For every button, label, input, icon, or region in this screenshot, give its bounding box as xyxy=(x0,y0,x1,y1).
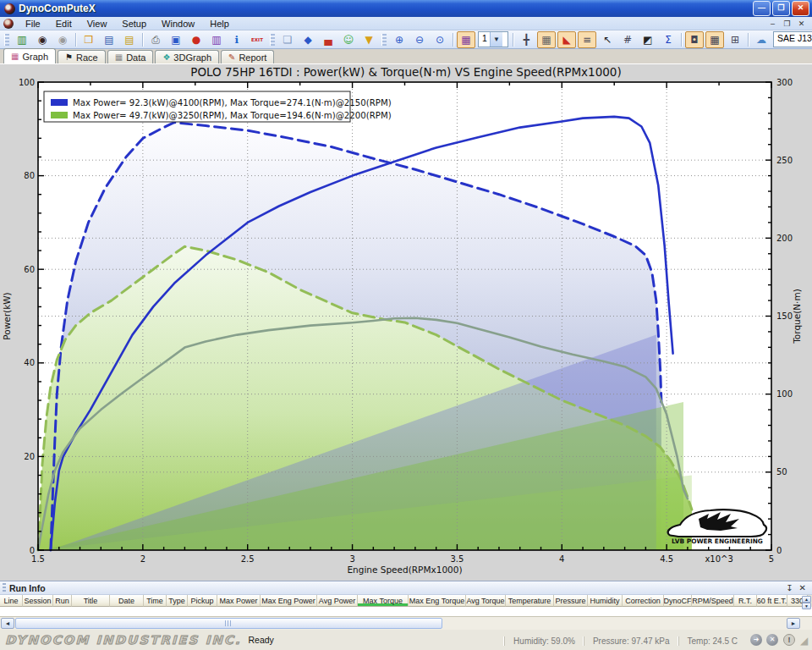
column-header-dynocf[interactable]: DynoCF xyxy=(664,595,692,607)
zoom-reset-icon[interactable]: ⊙ xyxy=(431,31,449,48)
column-header-max-power[interactable]: Max Power xyxy=(217,595,261,607)
column-header-max-eng-power[interactable]: Max Eng Power xyxy=(261,595,317,607)
report-tab-icon: ✎ xyxy=(228,52,235,62)
menu-window[interactable]: Window xyxy=(154,18,202,30)
record-icon[interactable]: ● xyxy=(187,31,206,48)
column-header-session[interactable]: Session xyxy=(23,595,53,607)
minimize-button[interactable]: — xyxy=(753,1,771,16)
grid-toggle-icon: ▦ xyxy=(541,34,551,46)
tab-data[interactable]: ▦Data xyxy=(107,50,154,63)
exit-icon[interactable]: EXIT xyxy=(248,31,266,48)
mdi-restore-button[interactable]: ❐ xyxy=(782,19,793,29)
invert-icon[interactable]: ◩ xyxy=(639,31,657,48)
column-header-run[interactable]: Run xyxy=(53,595,72,607)
restore-button[interactable]: ❐ xyxy=(772,1,790,16)
save-icon[interactable]: ▤ xyxy=(100,31,118,48)
mdi-close-button[interactable]: ✕ xyxy=(796,19,807,29)
driver-icon[interactable]: ☺ xyxy=(339,31,358,48)
resize-grip[interactable]: ◢ xyxy=(800,633,812,647)
header-scroll-spinner[interactable]: ▲ ▼ xyxy=(802,596,811,607)
column-header-line[interactable]: Line xyxy=(0,595,23,607)
toolbar-grip[interactable] xyxy=(381,34,387,46)
status-stop-button[interactable]: ✕ xyxy=(766,634,778,646)
manual-icon: ▥ xyxy=(211,34,221,46)
filter-icon[interactable]: ▼ xyxy=(359,31,378,48)
grid-scale-icon[interactable]: ▦ xyxy=(457,31,475,48)
zoom-in-icon[interactable]: ⊕ xyxy=(390,31,409,48)
column-header-time[interactable]: Time xyxy=(144,595,167,607)
properties-icon[interactable]: ⊞ xyxy=(726,31,744,48)
pin-button[interactable]: ↧ xyxy=(786,584,793,592)
tab-race[interactable]: ⚑Race xyxy=(58,50,106,63)
channels-grid-icon[interactable]: ▥ xyxy=(13,31,31,48)
spin-up-icon[interactable]: ▲ xyxy=(802,596,811,603)
vehicle-data-icon[interactable]: ◆ xyxy=(299,31,317,48)
properties-icon: ⊞ xyxy=(731,34,739,46)
column-header-type[interactable]: Type xyxy=(167,595,188,607)
trace-icon[interactable]: # xyxy=(618,31,637,48)
pointer-icon[interactable]: ↖ xyxy=(598,31,617,48)
tab-report[interactable]: ✎Report xyxy=(221,50,274,63)
column-header-rpm-speed[interactable]: RPM/Speed xyxy=(692,595,734,607)
column-header-humidity[interactable]: Humidity xyxy=(588,595,623,607)
menu-help[interactable]: Help xyxy=(202,18,237,30)
power-tick-label: 80 xyxy=(24,171,35,180)
scrollbar-thumb[interactable] xyxy=(15,618,442,629)
correction-select[interactable]: SAE J1349▼ xyxy=(773,31,812,47)
column-header-temperature[interactable]: Temperature xyxy=(506,595,554,607)
smoothing-select[interactable]: 1▼ xyxy=(478,31,508,47)
mdi-minimize-button[interactable]: – xyxy=(767,19,778,29)
tab-graph[interactable]: ▦Graph xyxy=(3,48,56,63)
column-header-pressure[interactable]: Pressure xyxy=(554,595,588,607)
column-header-avg-torque[interactable]: Avg Torque xyxy=(466,595,506,607)
chevron-down-icon[interactable]: ▼ xyxy=(490,32,502,47)
dyno-run-disabled-icon[interactable]: ◉ xyxy=(53,31,72,48)
column-header-pickup[interactable]: Pickup xyxy=(188,595,217,607)
print-icon[interactable]: ⎙ xyxy=(146,31,165,48)
save-as-icon[interactable]: ▤ xyxy=(120,31,139,48)
panel-grip[interactable] xyxy=(3,583,6,592)
manual-icon[interactable]: ▥ xyxy=(207,31,226,48)
column-header-avg-power[interactable]: Avg Power xyxy=(317,595,358,607)
correction-icon[interactable]: ☁ xyxy=(752,31,771,48)
table-toggle-icon[interactable]: ▦ xyxy=(705,31,724,48)
open-file-icon[interactable]: ❒ xyxy=(80,31,98,48)
status-next-button[interactable]: ➜ xyxy=(750,634,762,646)
run-info-grid-body[interactable] xyxy=(0,607,812,617)
column-header-r-t[interactable]: R.T. xyxy=(734,595,757,607)
scroll-left-icon[interactable]: ◄ xyxy=(1,618,14,629)
session-icon[interactable]: ❏ xyxy=(278,31,297,48)
menu-view[interactable]: View xyxy=(80,18,115,30)
column-header-correction[interactable]: Correction xyxy=(623,595,664,607)
column-header-date[interactable]: Date xyxy=(110,595,144,607)
x-tick-label: 2 xyxy=(140,554,145,564)
column-header-max-torque[interactable]: Max Torque xyxy=(358,595,409,607)
zoom-out-icon[interactable]: ⊖ xyxy=(410,31,429,48)
scroll-right-icon[interactable]: ► xyxy=(787,618,800,629)
car-icon[interactable]: ▄ xyxy=(319,31,337,48)
menu-setup[interactable]: Setup xyxy=(114,18,154,30)
panel-close-button[interactable]: ✕ xyxy=(799,584,806,592)
info-icon[interactable]: ℹ xyxy=(228,31,246,48)
display-icon[interactable]: ▣ xyxy=(167,31,185,48)
menu-edit[interactable]: Edit xyxy=(48,18,80,30)
column-header-60-ft-e-t[interactable]: 60 ft E.T. xyxy=(757,595,787,607)
watermark-text: LVB POWER ENGINEERING xyxy=(672,537,763,545)
toolbar-separator xyxy=(513,33,513,47)
close-button[interactable]: ✕ xyxy=(792,1,809,16)
torque-tick-label: 100 xyxy=(776,389,793,399)
legend-toggle-icon[interactable]: ≡ xyxy=(578,31,596,48)
column-header-title[interactable]: Title xyxy=(72,595,110,607)
annotation-toggle-icon[interactable]: ◘ xyxy=(685,31,704,48)
crosshair-icon[interactable]: ╋ xyxy=(517,31,535,48)
shade-toggle-icon[interactable]: ◣ xyxy=(557,31,576,48)
dyno-run-icon[interactable]: ◉ xyxy=(33,31,52,48)
column-header-max-eng-torque[interactable]: Max Eng Torque xyxy=(409,595,466,607)
sum-icon[interactable]: Σ xyxy=(659,31,678,48)
tab-3dgraph[interactable]: ❖3DGraph xyxy=(155,50,219,63)
toolbar-grip[interactable] xyxy=(4,34,9,46)
spin-down-icon[interactable]: ▼ xyxy=(802,603,811,609)
menu-file[interactable]: File xyxy=(18,18,48,30)
grid-toggle-icon[interactable]: ▦ xyxy=(537,31,556,48)
toolbar-grip[interactable] xyxy=(270,34,275,46)
